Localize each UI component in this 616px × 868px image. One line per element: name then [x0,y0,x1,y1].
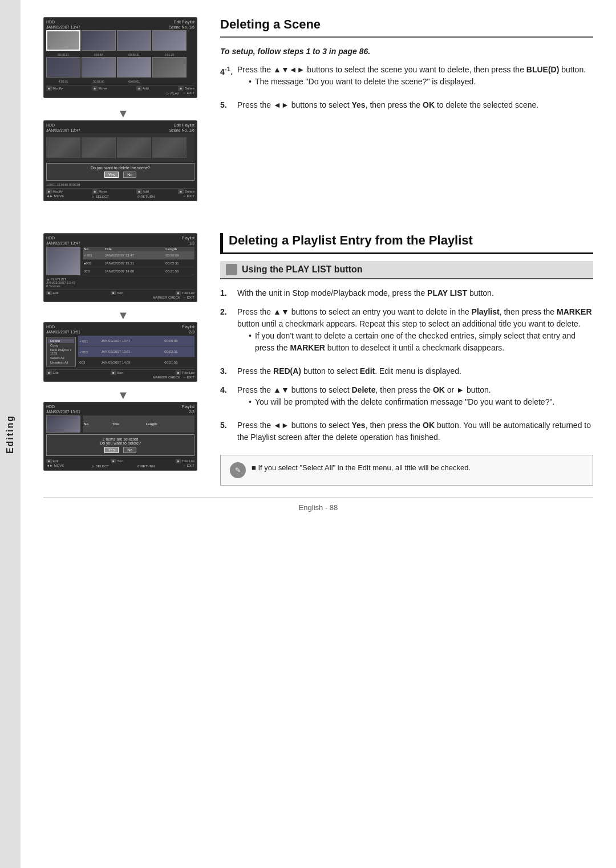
tc2: 0:00:54 [82,53,116,56]
step3-text: Press the RED(A) button to select Edit. … [237,366,461,376]
footer-text: English - 88 [299,503,338,512]
step1-text: With the unit in Stop mode/Playback mode… [237,288,494,298]
ps2-titlelist: ■ Title List [176,371,194,374]
ps1-row-3: 003 JAN/02/2007 14:06 00:21:56 [83,267,194,275]
step4-pl-bullet-text: You will be prompted with the delete con… [255,396,554,408]
ps1-check: MARKER CHECK [153,296,180,299]
scene-content-col: Deleting a Scene To setup, follow steps … [220,17,593,210]
step3-content: Press the RED(A) button to select Edit. … [237,365,593,377]
ps3-sort: ■ Sort [111,459,123,463]
screen1-thumbs-row2 [46,57,194,78]
ps2-footer: ■ Edit ■ Sort ■ Title List [46,369,194,374]
ps1-content: No. Title Length ✓001 JAN/02/2007 13:47 … [46,247,194,275]
ps1-scenes: 6 Scenes [46,284,60,288]
ps2-r1-len: 00:06:09 [163,336,194,347]
ps2-date: JAN/02/2007 13:51 [46,330,80,334]
ps3-select: ▷ SELECT [92,464,109,468]
step3-num: 3. [220,365,234,377]
sc2-return: ↺ RETURN [137,194,155,198]
ps2-check: MARKER CHECK [153,376,180,379]
step5-scene: 5. Press the ◄► buttons to select Yes, t… [220,99,593,111]
ps2-r3-title: JAN/02/2007 14:06 [100,357,163,368]
tc6: 50:01:06 [82,80,116,83]
screen2-bg [46,133,194,162]
ps1-titlelist: ■ Title List [176,291,194,295]
step1-num: 1. [220,287,234,299]
scene-screen-2: HDD Edit Playlist JAN/02/2007 13:47 Scen… [43,120,197,201]
ps3-mode: Playlist [182,405,194,409]
step5-content: Press the ◄► buttons to select Yes, then… [237,99,593,111]
ps1-thumb [46,247,80,275]
tc-b1: 1:00:01 [46,183,56,186]
step4-playlist: 4. Press the ▲▼ buttons to select Delete… [220,384,593,413]
ps3-source: HDD [46,405,55,409]
ps2-menu-unselectall: Unselect All [48,360,74,365]
step2-playlist: 2. Press the ▲▼ buttons to select an ent… [220,306,593,358]
screen2-footer: ■ Modify ■ Move ■ Add ■ Delete [46,188,194,193]
screen2-dialog: Do you want to delete the scene? Yes No [46,163,194,181]
sc2-exit: → EXIT [183,194,194,198]
ps1-col-no: No. [83,247,104,251]
ps2-r3-no: 003 [78,357,100,368]
screen1-scene: Scene No. 1/6 [169,25,194,29]
ps2-menu-newplaylist: New Playlist 7 13:51 [48,348,74,356]
screen2-date: JAN/02/2007 13:47 [46,128,80,132]
screen1-timecodes2: 4:00:01 50:01:06 60:00:01 [46,80,194,83]
screen2-dialog-btns: Yes No [50,172,191,178]
ps2-nav: MARKER CHECK → EXIT [46,376,194,379]
deleting-scene-section: HDD Edit Playlist JAN/02/2007 13:47 Scen… [43,17,593,210]
screen1-timecodes1: 00:00:21 0:00:54 00:30:31 0:01:20 [46,53,194,56]
screen1-footer: ■ Modify ■ Move ■ Add ■ Delete [46,85,194,90]
ps1-r3-no: 003 [83,267,104,275]
tc-b2: 10:00:56 [57,183,68,186]
sc2-btn-delete: ■ Delete [178,190,194,193]
ps1-r1-len: 00:06:09 [164,251,194,259]
ps2-mode: Playlist [182,325,194,329]
subsection-icon [226,264,237,275]
ps3-yes-btn[interactable]: Yes [104,447,119,453]
step2-bullet: If you don't want to delete a certain on… [249,330,593,354]
sc2-select: ▷ SELECT [92,194,109,198]
ps3-header: HDD Playlist [46,405,194,409]
thumb-6 [82,57,116,78]
ps1-row-1: ✓001 JAN/02/2007 13:47 00:06:09 [83,251,194,259]
sc2-btn-add: ■ Add [136,190,149,193]
thumb-3 [117,30,151,51]
thumb-5 [46,57,80,78]
ps3-move: ◄► MOVE [46,464,64,468]
scene-screenshots-col: HDD Edit Playlist JAN/02/2007 13:47 Scen… [43,17,203,210]
ps2-menu-delete: Delete [48,339,74,343]
ps3-no-btn[interactable]: No [123,447,136,453]
ps1-table: No. Title Length ✓001 JAN/02/2007 13:47 … [83,247,194,275]
ps3-table: No. Title Length [83,415,194,433]
ps1-col-title: Title [104,247,165,251]
ps1-sort: ■ Sort [111,291,123,295]
page-footer: English - 88 [43,486,593,523]
screen1-mode: Edit Playlist [174,20,194,24]
ps2-row-1: ✓001 JAN/02/2007 13:47 00:06:09 [78,336,194,347]
ps1-nav: MARKER CHECK → EXIT [46,296,194,299]
ps1-titlebar: JAN/02/2007 13:47 1/3 [46,241,194,245]
screen1-header: HDD Edit Playlist [46,20,194,24]
ps2-r3-len: 00:21:56 [163,357,194,368]
thumb-8 [152,57,187,78]
thumb-7 [117,57,151,78]
step5-playlist: 5. Press the ◄► buttons to select Yes, t… [220,419,593,443]
ps1-r2-title: JAN/02/2007 13:51 [104,259,165,267]
ps3-titlelist: ■ Title List [176,459,194,463]
step4-pl-content: Press the ▲▼ buttons to select Delete, t… [237,384,593,413]
step5-pl-num: 5. [220,419,234,443]
screen2-scene: Scene No. 1/6 [169,128,194,132]
ps1-r3-title: JAN/02/2007 14:06 [104,267,165,275]
note-box: ✎ ■ If you select "Select All" in the Ed… [220,455,593,486]
screen2-yes-btn[interactable]: Yes [104,172,119,178]
ps2-page: 2/3 [189,330,194,334]
ps3-dialog: 2 Items are selected Do you want to dele… [46,434,194,456]
subsection-label: Using the PLAY LIST button [242,264,363,275]
ps1-header: HDD Playlist [46,236,194,240]
playlist-screenshots-col: HDD Playlist JAN/02/2007 13:47 1/3 [43,233,203,486]
screen2-no-btn[interactable]: No [123,172,136,178]
ps3-footer: ■ Edit ■ Sort ■ Title List [46,458,194,463]
ps1-r2-len: 00:02:31 [164,259,194,267]
step1-content: With the unit in Stop mode/Playback mode… [237,287,593,299]
